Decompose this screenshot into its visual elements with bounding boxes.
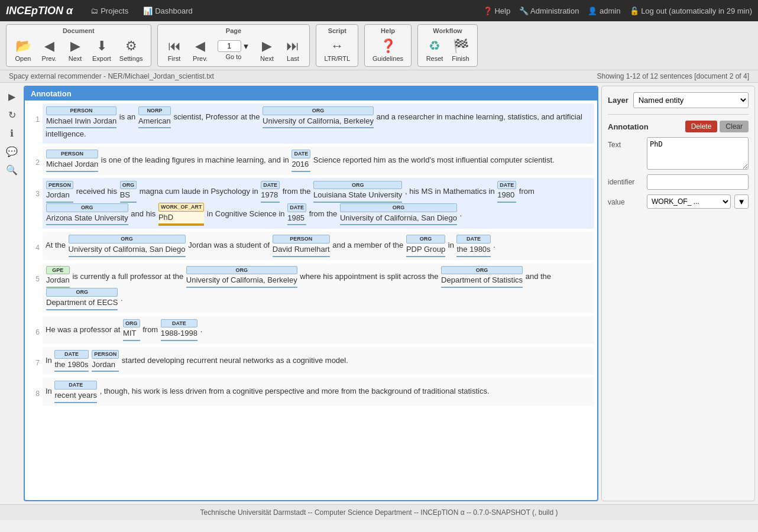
layer-row: Layer Named entity [608, 92, 749, 108]
entity-gpe-jordan[interactable]: GPE Jordan [46, 266, 70, 288]
reset-button[interactable]: ♻ Reset [423, 37, 446, 64]
text-seg: magna cum laude in Psychology in [140, 187, 261, 196]
nav-administration[interactable]: 🔧 Administration [519, 7, 579, 15]
entity-date-1980s7[interactable]: DATE the 1980s [54, 350, 88, 372]
settings-button[interactable]: ⚙ Settings [116, 37, 146, 64]
annotation-right-section: Annotation Delete Clear Text identifier … [608, 121, 749, 209]
sentence-text-8[interactable]: In DATE recent years , though, his work … [43, 378, 594, 406]
entity-date-1988[interactable]: DATE 1988-1998 [161, 319, 197, 341]
sidebar-info-icon[interactable]: ℹ [4, 125, 20, 141]
sentence-text-3[interactable]: PERSON Jordan received his ORG BS magna … [43, 178, 594, 229]
open-icon: 📂 [15, 38, 31, 54]
entity-person-michael[interactable]: PERSON Michael Irwin Jordan [46, 106, 116, 128]
sidebar-refresh-icon[interactable]: ↻ [4, 107, 20, 122]
entity-org-mit[interactable]: ORG MIT [123, 319, 140, 341]
entity-org-ucb[interactable]: ORG University of California, Berkeley [263, 106, 374, 128]
identifier-input[interactable] [647, 174, 749, 190]
page-number-input[interactable] [218, 40, 241, 52]
value-select[interactable]: WORK_OF_ ... [647, 194, 731, 209]
guidelines-button[interactable]: ❓ Guidelines [370, 37, 406, 64]
goto-page-button[interactable]: ▼ Go to [215, 38, 253, 62]
sidebar-comment-icon[interactable]: 💬 [4, 144, 20, 159]
entity-person-jordan-3[interactable]: PERSON Jordan [46, 181, 73, 203]
layer-label: Layer [608, 96, 629, 105]
sentence-text-5[interactable]: GPE Jordan is currently a full professor… [43, 263, 594, 313]
finish-button[interactable]: 🏁 Finish [449, 37, 472, 64]
sentence-text-1[interactable]: PERSON Michael Irwin Jordan is an NORP A… [43, 103, 594, 144]
next-page-label: Next [260, 55, 274, 62]
entity-norp-american[interactable]: NORP American [138, 106, 171, 128]
nav-dashboard[interactable]: 📊 Dashboard [137, 4, 199, 18]
prev-doc-label: Prev. [42, 55, 57, 62]
layer-select[interactable]: Named entity [633, 92, 749, 108]
org-text-eecs: Department of EECS [46, 297, 118, 310]
entity-date-1978[interactable]: DATE 1978 [261, 181, 280, 203]
export-label: Export [92, 55, 111, 62]
person-label-r: PERSON [273, 235, 330, 244]
sentence-row-7: 7 In DATE the 1980s PERSON Jordan starte… [28, 347, 594, 375]
entity-org-ucsd4[interactable]: ORG University of California, San Diego [69, 235, 186, 257]
nav-logout[interactable]: 🔓 Log out (automatically in 29 min) [630, 7, 753, 15]
toolbar-document-group: Document 📂 Open ◀ Prev. ▶ Next ⬇ Export … [6, 24, 151, 67]
toolbar-script-group: Script ↔ LTR/RTL [316, 24, 358, 67]
nav-projects[interactable]: 🗂 Projects [85, 4, 134, 18]
prev-document-button[interactable]: ◀ Prev. [37, 37, 61, 64]
entity-woa-phd[interactable]: WORK_OF_ART PhD [158, 203, 205, 226]
entity-date-2016[interactable]: DATE 2016 [291, 150, 310, 171]
sentence-text-2[interactable]: PERSON Michael Jordan is one of the lead… [43, 147, 594, 174]
sidebar-arrow-icon[interactable]: ▶ [4, 89, 20, 104]
norp-label: NORP [138, 106, 171, 115]
sentence-row-2: 2 PERSON Michael Jordan is one of the le… [28, 147, 594, 174]
entity-org-eecs[interactable]: ORG Department of EECS [46, 288, 118, 310]
open-label: Open [15, 55, 31, 62]
first-page-button[interactable]: ⏮ First [163, 37, 186, 64]
nav-user[interactable]: 👤 admin [588, 7, 620, 15]
annotation-panel: Annotation 1 PERSON Michael Irwin Jordan… [24, 86, 598, 501]
export-button[interactable]: ⬇ Export [89, 37, 114, 64]
guidelines-icon: ❓ [380, 38, 396, 54]
entity-org-lsu[interactable]: ORG Louisiana State University [313, 181, 402, 203]
entity-date-1980s[interactable]: DATE the 1980s [456, 235, 490, 257]
settings-icon: ⚙ [125, 38, 137, 54]
entity-org-ucb5[interactable]: ORG University of California, Berkeley [186, 266, 297, 288]
org-text: University of California, Berkeley [263, 115, 374, 129]
sidebar-search-icon[interactable]: 🔍 [4, 162, 20, 177]
text-seg: , his MS in Mathematics in [405, 187, 497, 196]
sentence-text-4[interactable]: At the ORG University of California, San… [43, 232, 594, 259]
text-seg: He was a professor at [46, 325, 122, 334]
sentence-text-6[interactable]: He was a professor at ORG MIT from DATE … [43, 316, 594, 344]
entity-org-stats[interactable]: ORG Department of Statistics [441, 266, 523, 288]
entity-org-bs[interactable]: ORG BS [120, 181, 137, 203]
entity-org-asu[interactable]: ORG Arizona State University [46, 203, 128, 225]
value-select-expand-btn[interactable]: ▼ [734, 194, 749, 209]
org-label: ORG [263, 106, 374, 115]
sentence-text-7[interactable]: In DATE the 1980s PERSON Jordan started … [43, 347, 594, 375]
prev-page-icon: ◀ [195, 38, 205, 54]
document-buttons: 📂 Open ◀ Prev. ▶ Next ⬇ Export ⚙ Setting… [11, 37, 146, 64]
next-document-button[interactable]: ▶ Next [63, 37, 87, 64]
entity-date-recent[interactable]: DATE recent years [54, 381, 97, 403]
entity-org-ucsd[interactable]: ORG University of California, San Diego [340, 203, 457, 225]
date-text-1988: 1988-1998 [161, 327, 197, 341]
document-group-title: Document [63, 27, 95, 34]
clear-button[interactable]: Clear [720, 121, 749, 132]
delete-button[interactable]: Delete [685, 121, 718, 132]
entity-org-pdp[interactable]: ORG PDP Group [406, 235, 445, 257]
entity-person-jordan-7[interactable]: PERSON Jordan [92, 350, 119, 372]
nav-help[interactable]: ❓ Help [483, 7, 510, 15]
wrench-icon: 🔧 [519, 7, 529, 15]
org-text-stats: Department of Statistics [441, 274, 523, 288]
next-page-button[interactable]: ▶ Next [255, 37, 278, 64]
entity-person-mj[interactable]: PERSON Michael Jordan [46, 150, 98, 171]
prev-page-button[interactable]: ◀ Prev. [189, 37, 212, 64]
text-seg: Science reported him as the world's most… [313, 155, 555, 164]
annotation-content[interactable]: 1 PERSON Michael Irwin Jordan is an NORP… [25, 100, 597, 500]
text-textarea[interactable] [647, 137, 749, 170]
text-seg: in [448, 241, 456, 249]
last-page-button[interactable]: ⏭ Last [281, 37, 305, 64]
entity-person-rumelhart[interactable]: PERSON David Rumelhart [273, 235, 330, 257]
ltr-rtl-button[interactable]: ↔ LTR/RTL [321, 37, 353, 64]
open-button[interactable]: 📂 Open [11, 37, 35, 64]
entity-date-1980[interactable]: DATE 1980 [497, 181, 516, 203]
entity-date-1985[interactable]: DATE 1985 [287, 203, 306, 225]
